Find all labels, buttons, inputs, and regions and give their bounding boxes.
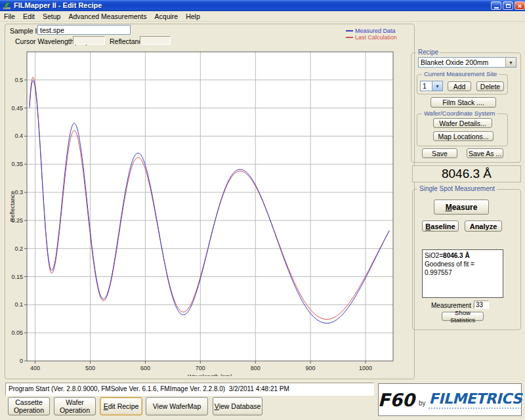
close-icon: ×: [518, 3, 522, 9]
logo-brand-text: FILMETRICS: [429, 390, 522, 409]
result-line-goodness: Goodness of fit = 0.997557: [425, 260, 501, 277]
map-locations-button[interactable]: Map Locations...: [433, 131, 494, 141]
single-spot-measurement-group: Single Spot Measurement Measure Baseline…: [412, 189, 521, 330]
status-text: Program Start (Ver. 2.8.0.9000, FMSolve …: [6, 383, 373, 394]
save-button[interactable]: Save: [422, 148, 457, 158]
cursor-wavelength-field: [73, 36, 105, 45]
thickness-readout: 8046.3 Å: [412, 165, 521, 182]
result-line-thickness: SiO2=8046.3 Å: [425, 251, 501, 260]
window-title: FILMapper II - Edit Recipe: [14, 1, 102, 9]
site-selected-value: 1: [421, 81, 432, 91]
logo-by-text: by: [419, 400, 426, 407]
menu-setup[interactable]: Setup: [39, 12, 64, 20]
cassette-operation-button[interactable]: Cassette Operation: [8, 397, 50, 415]
site-group-title: Current Measurement Site: [422, 70, 499, 78]
svg-text:0.45: 0.45: [11, 105, 23, 112]
menu-file[interactable]: File: [0, 12, 19, 20]
svg-text:0.35: 0.35: [11, 161, 23, 167]
result-material-prefix: SiO2=: [425, 252, 443, 259]
film-stack-button[interactable]: Film Stack ....: [430, 97, 496, 108]
menu-bar: File Edit Setup Advanced Measurements Ac…: [0, 11, 525, 22]
wafer-operation-button[interactable]: Wafer Operation: [54, 397, 96, 415]
svg-text:600: 600: [140, 365, 150, 371]
wcs-group-title: Wafer/Coordinate System: [422, 110, 497, 117]
legend-label-measured: Measured Data: [355, 28, 396, 34]
menu-acquire[interactable]: Acquire: [151, 12, 182, 20]
show-statistics-button[interactable]: Show Statistics: [442, 312, 484, 321]
edit-recipe-button[interactable]: Edit Recipe: [100, 397, 142, 415]
svg-text:0.5: 0.5: [14, 77, 23, 83]
measurement-number-field: 33: [474, 301, 489, 309]
logo-model-text: F60: [378, 390, 415, 410]
app-window: FILMapper II - Edit Recipe × File Edit S…: [0, 0, 525, 420]
delete-site-button[interactable]: Delete: [476, 81, 504, 91]
wafer-coordinate-system-group: Wafer/Coordinate System Wafer Details...…: [417, 114, 508, 146]
svg-text:400: 400: [30, 365, 40, 371]
recipe-dropdown-arrow-icon[interactable]: ▼: [505, 58, 516, 67]
add-site-button[interactable]: Add: [448, 81, 471, 91]
svg-text:0.1: 0.1: [14, 301, 23, 308]
recipe-selected-value: Blanket Oxide 200mm: [419, 58, 505, 67]
baseline-button[interactable]: Baseline: [422, 220, 459, 232]
svg-text:1000: 1000: [359, 365, 372, 371]
view-database-button[interactable]: View Database: [213, 397, 262, 415]
cursor-reflectance-field: [140, 36, 171, 45]
recipe-group-title: Recipe: [416, 49, 440, 56]
app-icon: [3, 1, 11, 10]
restore-icon: [506, 4, 511, 8]
svg-text:800: 800: [251, 365, 261, 371]
measurement-number-label: Measurement #:: [431, 302, 478, 309]
analyze-button[interactable]: Analyze: [465, 220, 502, 232]
recipe-group: Recipe Blanket Oxide 200mm ▼ Current Mea…: [411, 52, 521, 163]
svg-text:0.4: 0.4: [14, 133, 23, 139]
view-wafermap-button[interactable]: View WaferMap: [146, 397, 208, 415]
measurement-chart-panel: Sample ID: Cursor Wavelength(nm): Reflec…: [5, 24, 415, 379]
minimize-icon: [494, 7, 499, 9]
legend-swatch-measured: [346, 30, 353, 32]
recipe-select[interactable]: Blanket Oxide 200mm ▼: [418, 57, 516, 68]
menu-help[interactable]: Help: [182, 12, 204, 20]
legend-swatch-last-calculation: [346, 37, 353, 38]
title-bar: FILMapper II - Edit Recipe ×: [0, 0, 525, 11]
svg-text:Wavelength (nm): Wavelength (nm): [188, 373, 232, 376]
svg-text:700: 700: [196, 365, 205, 371]
legend-label-last-calculation: Last Calculation: [355, 34, 397, 41]
svg-text:0.3: 0.3: [14, 189, 23, 196]
save-as-button[interactable]: Save As ...: [467, 148, 503, 158]
measure-button[interactable]: Measure: [434, 200, 489, 215]
restore-button[interactable]: [503, 1, 513, 10]
minimize-button[interactable]: [491, 1, 501, 10]
svg-text:500: 500: [85, 365, 95, 371]
result-thickness-value: 8046.3 Å: [443, 252, 470, 259]
svg-text:0: 0: [20, 358, 23, 364]
sample-id-input[interactable]: [37, 25, 131, 35]
single-spot-group-title: Single Spot Measurement: [417, 185, 497, 193]
svg-text:900: 900: [306, 365, 316, 371]
current-measurement-site-group: Current Measurement Site 1 ▼ Add Delete: [417, 74, 508, 94]
svg-text:0.15: 0.15: [11, 274, 23, 280]
results-box: SiO2=8046.3 Å Goodness of fit = 0.997557: [422, 249, 503, 298]
menu-edit[interactable]: Edit: [19, 12, 39, 20]
close-button[interactable]: ×: [514, 1, 525, 10]
legend-item-measured: Measured Data: [346, 28, 397, 34]
svg-text:0.2: 0.2: [14, 245, 23, 252]
filmetrics-logo: F60 by FILMETRICS: [378, 383, 522, 416]
chart-legend: Measured Data Last Calculation: [346, 28, 397, 41]
status-bar: Program Start (Ver. 2.8.0.9000, FMSolve …: [5, 383, 374, 396]
site-select[interactable]: 1 ▼: [420, 81, 443, 91]
svg-text:Reflectance: Reflectance: [9, 191, 16, 222]
reflectance-spectrum-chart: 400500600700800900100000.050.10.150.20.2…: [7, 48, 411, 376]
legend-item-last-calculation: Last Calculation: [346, 34, 397, 41]
wafer-details-button[interactable]: Wafer Details...: [433, 118, 492, 128]
svg-text:0.05: 0.05: [11, 329, 23, 336]
site-dropdown-arrow-icon[interactable]: ▼: [432, 81, 442, 91]
menu-advanced-measurements[interactable]: Advanced Measurements: [64, 12, 150, 20]
